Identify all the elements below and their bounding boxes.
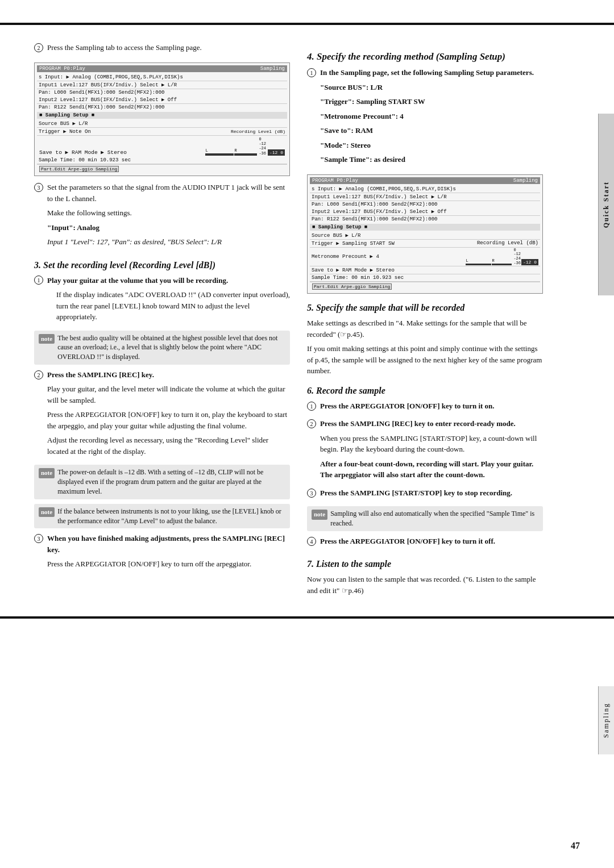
s3-step1-note: If the display indicates "ADC OVERLOAD !…: [47, 289, 290, 323]
s3-circle-1: 1: [34, 276, 43, 285]
note4-label: note: [312, 510, 327, 519]
ss1-footer: Part.Edit Arpe-ggio Sampling: [37, 164, 287, 173]
ss1-header-left: PROGRAM P0:Play: [39, 66, 85, 72]
ss2-header-right: Sampling: [513, 178, 538, 183]
s4-param-time: "Sample Time": as desired: [320, 154, 543, 165]
clip-indicator: -12 0: [268, 149, 285, 156]
sampling-sidebar: Sampling: [598, 686, 614, 754]
s6-step2-detail: When you press the SAMPLING [START/STOP]…: [320, 433, 543, 455]
s6-step4-text: Press the ARPEGGIATOR [ON/OFF] key to tu…: [320, 536, 543, 547]
s6-step3: 3 Press the SAMPLING [START/STOP] key to…: [307, 487, 543, 502]
s4-param-source: "Source BUS": L/R: [320, 82, 543, 93]
s3-circle-2: 2: [34, 370, 43, 379]
circle-3: 3: [34, 183, 43, 192]
s3-step3-text: When you have finished making adjustment…: [47, 533, 290, 555]
screenshot1: PROGRAM P0:Play Sampling s Input: ▶ Anal…: [34, 62, 290, 177]
screenshot1-header: PROGRAM P0:Play Sampling: [37, 65, 287, 72]
s6-step2-bold: After a four-beat count-down, recording …: [320, 458, 543, 481]
sidebar-label-sampling: Sampling: [602, 703, 611, 738]
s3-step2-d1: Play your guitar, and the level meter wi…: [47, 383, 290, 406]
s6-circle-4: 4: [307, 537, 316, 546]
ss2-row1: s Input: ▶ Analog (COMBI,PROG,SEQ,S.PLAY…: [310, 185, 540, 193]
s3-step2-d3: Adjust the recording level as necessary,…: [47, 435, 290, 457]
ss1-s2: Trigger ▶ Note On Recording Level (dB): [37, 128, 287, 136]
note1-label: note: [39, 334, 55, 344]
level-meter: L R 0 -12 -24 -36 -12 0: [205, 137, 285, 156]
s4-circle-1: 1: [307, 68, 316, 77]
s6-step1: 1 Press the ARPEGGIATOR [ON/OFF] key to …: [307, 400, 543, 415]
page-container: Quick Start Sampling 2 Press the Samplin…: [0, 0, 614, 868]
step3-intro: 3 Set the parameters so that the signal …: [34, 182, 290, 251]
s4-param-metro: "Metronome Precount": 4: [320, 111, 543, 122]
ss2-header-left: PROGRAM P0:Play: [312, 178, 358, 183]
ss2-s4: Save to ▶ RAM Mode ▶ Stereo: [310, 266, 540, 274]
ss1-row1-text: s Input: ▶ Analog (COMBI,PROG,SEQ,S.PLAY…: [39, 74, 183, 80]
ss1-s1: Source BUS ▶ L/R: [37, 120, 287, 128]
note2-text: The power-on default is –12 dB. With a s…: [57, 468, 285, 496]
s6-circle-3: 3: [307, 489, 316, 498]
section6-heading: 6. Record the sample: [307, 386, 543, 396]
ss1-row2-text: Input1 Level:127 BUS(IFX/Indiv.) Select …: [39, 82, 177, 88]
ss1-level-row: Save to ▶ RAM Mode ▶ Stereo L R 0 -12: [37, 136, 287, 157]
ss1-row2: Input1 Level:127 BUS(IFX/Indiv.) Select …: [37, 81, 287, 89]
clip-indicator2: -12 0: [521, 259, 538, 265]
s3-step1-text: Play your guitar at the volume that you …: [47, 275, 290, 286]
ss1-section: ■ Sampling Setup ■: [37, 112, 287, 119]
step3-make: Make the following settings.: [47, 207, 290, 219]
screenshot2-header: PROGRAM P0:Play Sampling: [310, 177, 540, 184]
note1-text: The best audio quality will be obtained …: [57, 333, 285, 362]
ss2-row3: Input2 Level:127 BUS(FX/Indiv.) Select ▶…: [310, 208, 540, 216]
s6-step2: 2 Press the SAMPLING [REC] key to enter …: [307, 418, 543, 484]
note3-text: If the balance between instruments is no…: [57, 507, 285, 526]
s6-circle-1: 1: [307, 402, 316, 411]
ss2-footer: Part.Edit Arpe-ggio Sampling: [310, 282, 540, 291]
ss2-footer-btn: Part.Edit Arpe-ggio Sampling: [312, 283, 392, 290]
s6-circle-2: 2: [307, 419, 316, 428]
s3-circle-3: 3: [34, 534, 43, 543]
s4-step1: 1 In the Sampling page, set the followin…: [307, 67, 543, 169]
s6-step2-text: Press the SAMPLING [REC] key to enter re…: [320, 418, 543, 429]
section3-heading: 3. Set the recording level (Recording Le…: [34, 260, 290, 270]
page-number: 47: [571, 841, 580, 851]
ss1-footer-btn: Part.Edit Arpe-ggio Sampling: [39, 166, 119, 172]
s3-step3-detail: Press the ARPEGGIATOR [ON/OFF] key to tu…: [47, 558, 290, 570]
s3-step2-text: Press the SAMPLING [REC] key.: [47, 369, 290, 381]
right-column: 4. Specify the recording method (Samplin…: [307, 42, 563, 599]
note4-box: note Sampling will also end automaticall…: [307, 506, 543, 531]
ss1-row3: Input2 Level:127 BUS(IFX/Indiv.) Select …: [37, 96, 287, 104]
section4-heading: 4. Specify the recording method (Samplin…: [307, 51, 543, 62]
note1-box: note The best audio quality will be obta…: [34, 331, 290, 365]
ss1-row3b: Pan: R122 Send1(MFX1):000 Send2(MFX2):00…: [37, 104, 287, 111]
s6-step1-text: Press the ARPEGGIATOR [ON/OFF] key to tu…: [320, 400, 543, 412]
ss2-row2b: Pan: L000 Send1(MFX1):000 Send2(MFX2):00…: [310, 201, 540, 208]
ss1-level-label: Recording Level (dB): [231, 129, 285, 134]
note3-box: note If the balance between instruments …: [34, 504, 290, 529]
main-content: 2 Press the Sampling tab to access the S…: [0, 25, 614, 616]
s7-detail: Now you can listen to the sample that wa…: [307, 574, 543, 596]
ss1-s4: Save to ▶ RAM Mode ▶ Stereo: [39, 149, 127, 156]
ss1-s5: Sample Time: 00 min 10.923 sec: [37, 157, 287, 164]
ss2-s2: Trigger ▶ Sampling START SW Recording Le…: [310, 240, 540, 248]
ss1-row1: s Input: ▶ Analog (COMBI,PROG,SEQ,S.PLAY…: [37, 73, 287, 81]
sidebar-label-quickstart: Quick Start: [602, 181, 611, 228]
screenshot2: PROGRAM P0:Play Sampling s Input: ▶ Anal…: [307, 174, 543, 294]
note4-text: Sampling will also end automatically whe…: [330, 509, 538, 528]
step3-detail: Input 1 "Level": 127, "Pan": as desired,…: [47, 236, 290, 248]
note2-box: note The power-on default is –12 dB. Wit…: [34, 465, 290, 499]
circle-2: 2: [34, 43, 43, 52]
s4-param-trigger: "Trigger": Sampling START SW: [320, 96, 543, 107]
section7-heading: 7. Listen to the sample: [307, 559, 543, 569]
ss2-level-label: Recording Level (dB): [477, 240, 538, 246]
step2-intro: 2 Press the Sampling tab to access the S…: [34, 42, 290, 57]
ss2-s3: Metronome Precount ▶ 4 L R 0 -12: [310, 248, 540, 267]
step3-input: "Input": Analog: [47, 222, 290, 233]
s3-step2: 2 Press the SAMPLING [REC] key. Play you…: [34, 369, 290, 461]
s3-step2-d2: Press the ARPEGGIATOR [ON/OFF] key to tu…: [47, 409, 290, 431]
s3-step3: 3 When you have finished making adjustme…: [34, 533, 290, 573]
ss2-section: ■ Sampling Setup ■: [310, 224, 540, 231]
step3-text: Set the parameters so that the signal fr…: [47, 182, 290, 204]
section5-heading: 5. Specify the sample that will be recor…: [307, 303, 543, 313]
s6-step3-text: Press the SAMPLING [START/STOP] key to s…: [320, 487, 543, 499]
s5-detail2: If you omit making settings at this poin…: [307, 343, 543, 377]
step2-text: Press the Sampling tab to access the Sam…: [47, 42, 290, 53]
